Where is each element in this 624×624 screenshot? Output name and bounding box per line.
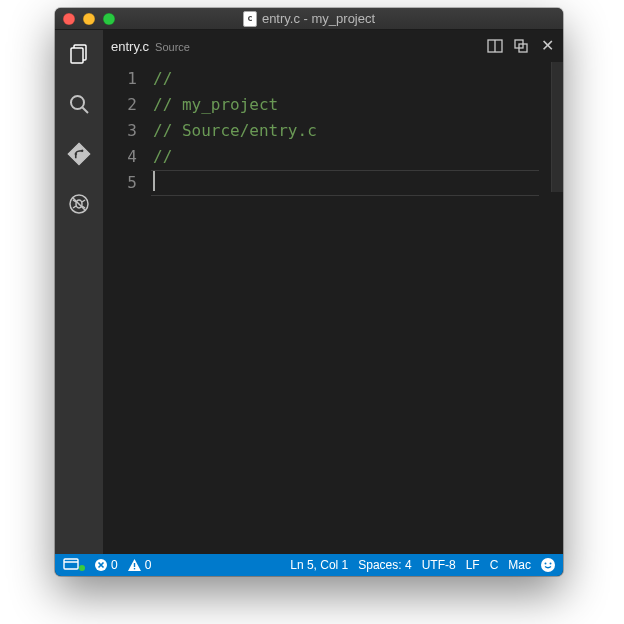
code-text: // my_project [153,95,278,114]
tab-entry-c[interactable]: entry.c Source [111,39,190,54]
tab-directory: Source [155,41,190,53]
window-title-text: entry.c - my_project [262,11,375,26]
error-count: 0 [111,558,118,572]
file-type-badge: c [243,11,257,27]
status-os[interactable]: Mac [508,558,531,572]
window-title: c entry.c - my_project [55,11,563,27]
status-encoding[interactable]: UTF-8 [422,558,456,572]
activity-bar [55,30,103,554]
explorer-icon[interactable] [65,40,93,68]
code-text: // [153,69,172,88]
svg-line-11 [73,206,76,208]
line-number: 1 [103,66,137,92]
warning-count: 0 [145,558,152,572]
svg-point-19 [79,565,85,571]
titlebar: c entry.c - my_project [55,8,563,30]
svg-point-23 [541,558,555,572]
close-editor-icon[interactable]: ✕ [539,38,555,54]
editor-actions: ✕ [487,38,555,54]
svg-point-2 [71,96,84,109]
minimize-window-button[interactable] [83,13,95,25]
svg-line-3 [83,108,89,114]
svg-point-24 [545,563,547,565]
code-text: // Source/entry.c [153,121,317,140]
zoom-window-button[interactable] [103,13,115,25]
feedback-icon[interactable] [541,558,555,572]
status-errors[interactable]: 0 [95,558,118,572]
window-controls [63,13,115,25]
svg-rect-17 [64,559,78,569]
code-editor[interactable]: 1 2 3 4 5 // // my_project // Source/ent… [103,62,563,554]
svg-rect-21 [133,563,134,567]
workbench: entry.c Source ✕ [55,30,563,554]
svg-point-25 [550,563,552,565]
close-window-button[interactable] [63,13,75,25]
line-number: 4 [103,144,137,170]
status-warnings[interactable]: 0 [128,558,152,572]
text-cursor [153,171,155,191]
svg-rect-1 [71,48,83,63]
overview-ruler[interactable] [551,62,563,554]
split-editor-icon[interactable] [487,38,503,54]
source-control-icon[interactable] [65,140,93,168]
status-remote-icon[interactable] [63,558,85,572]
svg-line-10 [82,200,85,202]
code-content[interactable]: // // my_project // Source/entry.c // [151,62,551,554]
debug-icon[interactable] [65,190,93,218]
line-number: 3 [103,118,137,144]
status-language[interactable]: C [490,558,499,572]
scroll-thumb[interactable] [551,62,563,192]
search-icon[interactable] [65,90,93,118]
tab-bar: entry.c Source ✕ [103,30,563,62]
line-number: 2 [103,92,137,118]
svg-rect-22 [133,568,134,569]
status-cursor-position[interactable]: Ln 5, Col 1 [290,558,348,572]
status-bar: 0 0 Ln 5, Col 1 Spaces: 4 UTF-8 LF C Mac [55,554,563,576]
editor-group: entry.c Source ✕ [103,30,563,554]
line-number-gutter: 1 2 3 4 5 [103,62,151,554]
status-indentation[interactable]: Spaces: 4 [358,558,411,572]
more-actions-icon[interactable] [513,38,529,54]
line-number: 5 [103,170,137,196]
code-text: // [153,147,172,166]
tab-filename: entry.c [111,39,149,54]
status-eol[interactable]: LF [466,558,480,572]
app-window: c entry.c - my_project [55,8,563,576]
